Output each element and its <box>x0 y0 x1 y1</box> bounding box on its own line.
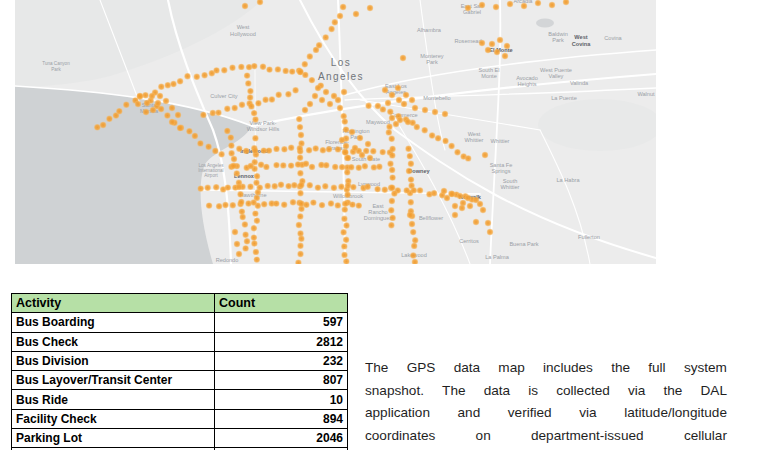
gps-point <box>281 146 287 152</box>
gps-point <box>343 126 349 132</box>
gps-point <box>298 182 304 188</box>
gps-point <box>169 105 175 111</box>
gps-point <box>273 162 279 168</box>
text-line: coordinatesondepartment-issuedcellular <box>365 421 727 443</box>
gps-point <box>123 102 129 108</box>
count-cell: 232 <box>215 351 348 370</box>
city-label: Whittier <box>501 184 520 190</box>
gps-point <box>323 34 329 40</box>
city-label: Heights <box>518 81 537 87</box>
count-cell: 807 <box>215 371 348 390</box>
gps-point <box>349 129 355 135</box>
gps-point <box>281 202 287 208</box>
gps-point <box>435 135 441 141</box>
gps-point <box>359 152 365 158</box>
gps-point <box>405 119 411 125</box>
gps-point <box>339 137 345 143</box>
gps-point <box>266 66 272 72</box>
gps-point <box>106 116 112 122</box>
gps-point <box>365 141 371 147</box>
gps-point <box>390 215 396 221</box>
gps-point <box>248 103 254 109</box>
gps-point <box>236 184 242 190</box>
gps-point <box>244 72 250 78</box>
gps-point <box>242 232 248 238</box>
gps-point <box>158 106 164 112</box>
gps-point <box>285 183 291 189</box>
gps-point <box>407 153 413 159</box>
gps-point <box>348 164 354 170</box>
gps-point <box>322 183 328 189</box>
gps-point <box>312 93 318 99</box>
gps-point <box>410 252 416 258</box>
gps-point <box>494 49 500 55</box>
city-label: Whittier <box>491 138 510 144</box>
gps-point <box>228 150 234 156</box>
gps-point <box>309 164 315 170</box>
gps-point <box>410 229 416 235</box>
gps-point <box>165 82 171 88</box>
gps-point <box>389 167 395 173</box>
gps-point <box>210 110 216 116</box>
count-cell: 2812 <box>215 332 348 351</box>
gps-point <box>422 107 428 113</box>
activity-header-cell: Activity <box>12 294 215 313</box>
gps-point <box>341 243 347 249</box>
gps-point <box>487 229 493 235</box>
gps-point <box>230 163 236 169</box>
gps-point <box>94 124 100 130</box>
gps-point <box>407 212 413 218</box>
gps-point <box>409 221 415 227</box>
gps-point <box>454 149 460 155</box>
gps-point <box>261 201 267 207</box>
gps-point <box>388 222 394 228</box>
report-page: { "map": { "dot_color": "#F4A239", "dot_… <box>0 0 773 450</box>
gps-point <box>345 155 351 161</box>
gps-point <box>320 147 326 153</box>
gps-point <box>297 190 303 196</box>
table-row: Bus Division232 <box>12 351 348 370</box>
gps-point <box>365 103 371 109</box>
gps-point <box>296 116 302 122</box>
gps-point <box>343 237 349 243</box>
gps-point <box>307 53 313 59</box>
gps-point <box>387 161 393 167</box>
city-label: South Gate <box>352 156 380 162</box>
city-label: La Palma <box>485 254 510 260</box>
gps-point <box>310 199 316 205</box>
gps-point <box>244 238 250 244</box>
city-label: Airport <box>204 173 218 178</box>
gps-point <box>295 161 301 167</box>
gps-point <box>201 72 207 78</box>
gps-point <box>237 191 243 197</box>
gps-point <box>442 111 448 117</box>
gps-point <box>254 173 260 179</box>
count-cell: 597 <box>215 313 348 332</box>
gps-point <box>297 213 303 219</box>
gps-point <box>395 85 401 91</box>
gps-point <box>401 101 407 107</box>
table-row: Facility Check894 <box>12 409 348 428</box>
gps-point <box>341 89 347 95</box>
activity-cell: Bus Layover/Transit Center <box>12 371 215 390</box>
gps-point <box>297 124 303 130</box>
gps-point <box>467 203 473 209</box>
gps-point <box>291 182 297 188</box>
gps-point <box>297 251 303 257</box>
gps-point <box>319 202 325 208</box>
gps-point <box>343 143 349 149</box>
city-label: Redondo <box>216 257 239 263</box>
gps-point <box>343 222 349 228</box>
gps-point <box>297 145 303 151</box>
gps-point <box>387 109 393 115</box>
gps-point <box>307 101 313 107</box>
gps-point <box>248 163 254 169</box>
gps-point <box>388 207 394 213</box>
gps-point <box>197 140 203 146</box>
gps-point <box>404 187 410 193</box>
gps-point <box>283 68 289 74</box>
gps-point <box>303 202 309 208</box>
gps-point <box>323 162 329 168</box>
gps-point <box>341 252 347 258</box>
gps-point <box>194 74 200 80</box>
